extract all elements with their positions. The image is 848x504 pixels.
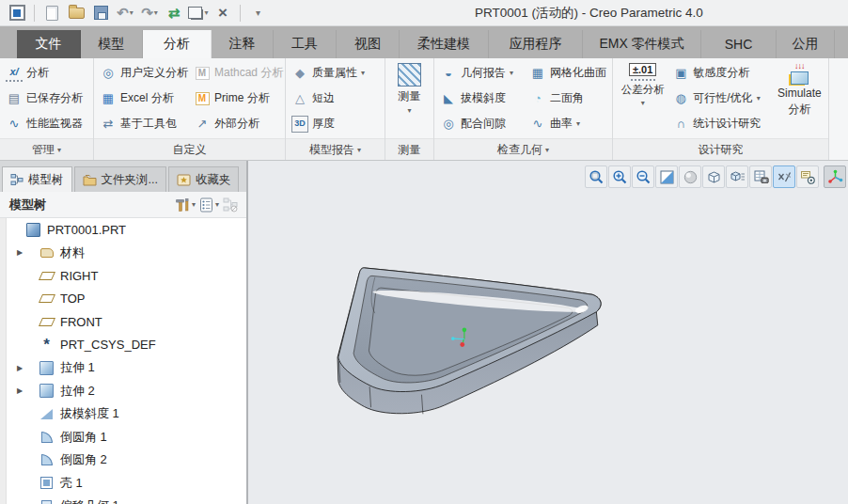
sensitivity-analysis-button[interactable]: ▣敏感度分析 bbox=[669, 60, 773, 86]
draft-check-button[interactable]: ◣拔模斜度 bbox=[437, 86, 526, 111]
saved-orientations-button[interactable] bbox=[726, 165, 748, 188]
group-label-manage[interactable]: 管理▾ bbox=[0, 138, 93, 160]
tree-scroll-strip[interactable] bbox=[0, 218, 7, 504]
tab-model[interactable]: 模型 bbox=[81, 30, 143, 58]
toolkit-based-button[interactable]: ⇄基于工具包 bbox=[97, 111, 191, 136]
tab-emx-part-mode[interactable]: EMX 零件模式 bbox=[583, 30, 701, 58]
tree-item-top-plane[interactable]: TOP bbox=[0, 288, 246, 311]
tree-item-draft-1[interactable]: 拔模斜度 1 bbox=[0, 402, 246, 426]
app-button[interactable] bbox=[6, 2, 28, 24]
open-file-button[interactable] bbox=[65, 2, 87, 24]
group-design-study: ±.01 公差分析 ▾ ▣敏感度分析 ◍可行性/优化▾ ∩统计设计研究 ↓↓↓ … bbox=[613, 58, 829, 160]
tree-item-extrude-2[interactable]: ▶拉伸 2 bbox=[0, 380, 246, 403]
expand-arrow-icon[interactable]: ▶ bbox=[13, 248, 26, 257]
tab-common[interactable]: 公用 bbox=[777, 30, 835, 58]
expand-arrow-icon[interactable]: ▶ bbox=[13, 386, 26, 395]
feasibility-optimization-button[interactable]: ◍可行性/优化▾ bbox=[669, 86, 773, 111]
navigator-tab-favorites[interactable]: 收藏夹 bbox=[168, 166, 240, 192]
tab-analysis[interactable]: 分析 bbox=[143, 30, 212, 58]
tree-filter-button[interactable] bbox=[223, 197, 239, 213]
tree-item-round-1[interactable]: 倒圆角 1 bbox=[0, 426, 246, 449]
performance-monitor-button[interactable]: ∿性能监视器 bbox=[3, 111, 86, 136]
switch-windows-button[interactable]: ▾ bbox=[187, 2, 210, 24]
tree-item-shell-1[interactable]: 壳 1 bbox=[0, 472, 246, 496]
statistical-design-study-button[interactable]: ∩统计设计研究 bbox=[669, 111, 773, 136]
annotation-display-button[interactable] bbox=[796, 165, 819, 188]
tree-tools-button[interactable]: ▾ bbox=[175, 197, 196, 213]
navigator-tab-model-tree[interactable]: 模型树 bbox=[2, 166, 72, 192]
datum-display-button[interactable] bbox=[773, 165, 795, 188]
mass-properties-button[interactable]: ◆质量属性▾ bbox=[289, 60, 368, 86]
tab-applications[interactable]: 应用程序 bbox=[489, 30, 583, 58]
tree-item-right-plane[interactable]: RIGHT bbox=[0, 264, 246, 288]
tree-item-round-2[interactable]: 倒圆角 2 bbox=[0, 449, 246, 472]
tray-part[interactable] bbox=[338, 268, 601, 414]
user-defined-analysis-button[interactable]: ◎用户定义分析 bbox=[97, 60, 191, 86]
zoom-out-button[interactable] bbox=[632, 165, 654, 188]
view-manager-button[interactable] bbox=[749, 165, 772, 188]
meshed-surface-button[interactable]: ▦网格化曲面 bbox=[526, 60, 609, 86]
excel-analysis-button[interactable]: ▦Excel 分析 bbox=[97, 86, 191, 111]
tree-item-csys[interactable]: *PRT_CSYS_DEF bbox=[0, 334, 246, 357]
graphics-viewport[interactable] bbox=[248, 161, 848, 504]
redo-dropdown-icon[interactable]: ▾ bbox=[154, 8, 158, 17]
refit-button[interactable] bbox=[585, 165, 607, 188]
curvature-button[interactable]: ∿曲率▾ bbox=[526, 111, 609, 136]
tolerance-analysis-button[interactable]: ±.01 公差分析 ▾ bbox=[616, 60, 669, 138]
new-file-button[interactable] bbox=[40, 2, 63, 24]
group-model-reports: ◆质量属性▾ △短边 3D厚度 模型报告▾ bbox=[286, 58, 385, 160]
expand-arrow-icon[interactable]: ▶ bbox=[13, 364, 26, 372]
geometry-report-button[interactable]: ◒几何报告▾ bbox=[437, 60, 526, 86]
redo-button[interactable]: ↷▾ bbox=[138, 2, 161, 24]
thickness-button[interactable]: 3D厚度 bbox=[289, 111, 368, 136]
tab-file[interactable]: 文件 bbox=[17, 30, 81, 58]
navigator-tab-folder-browser[interactable]: 文件夹浏... bbox=[74, 166, 166, 192]
tab-shc[interactable]: SHC bbox=[701, 30, 777, 58]
tools-icon bbox=[175, 197, 190, 213]
saved-analysis-button[interactable]: ▤已保存分析 bbox=[3, 86, 86, 111]
tab-tools[interactable]: 工具 bbox=[274, 30, 337, 58]
simulate-cube-icon bbox=[791, 71, 809, 85]
datum-plane-icon bbox=[38, 318, 55, 326]
simulate-analysis-button[interactable]: ↓↓↓ Simulate 分析 bbox=[774, 60, 825, 138]
group-label-inspect-geometry[interactable]: 检查几何▾ bbox=[434, 138, 612, 160]
mathcad-analysis-button[interactable]: MMathcad 分析 bbox=[191, 60, 286, 86]
tree-item-extrude-1[interactable]: ▶拉伸 1 bbox=[0, 356, 246, 380]
tree-item-front-plane[interactable]: FRONT bbox=[0, 310, 246, 334]
chevron-down-icon: ▾ bbox=[57, 146, 61, 154]
spin-center-button[interactable] bbox=[824, 165, 846, 188]
windows-dropdown-icon[interactable]: ▾ bbox=[204, 8, 208, 17]
regenerate-button[interactable]: ⇄ bbox=[163, 2, 185, 24]
dihedral-angle-button[interactable]: ◔二面角 bbox=[526, 86, 609, 111]
customize-toolbar-button[interactable]: ▾ bbox=[246, 2, 269, 24]
repaint-button[interactable] bbox=[655, 165, 678, 188]
tab-annotate[interactable]: 注释 bbox=[212, 30, 274, 58]
chevron-down-icon: ▾ bbox=[215, 200, 219, 209]
tab-view[interactable]: 视图 bbox=[337, 30, 400, 58]
tree-item-part-root[interactable]: PRT0001.PRT bbox=[0, 218, 246, 242]
prime-analysis-button[interactable]: MPrime 分析 bbox=[191, 86, 286, 111]
undo-button[interactable]: ↶▾ bbox=[114, 2, 136, 24]
tree-item-materials[interactable]: ▶材料 bbox=[0, 242, 246, 265]
extrude-icon bbox=[39, 384, 54, 398]
measure-button[interactable]: 测量 ▾ bbox=[394, 60, 425, 138]
3d-part-model[interactable] bbox=[248, 192, 848, 504]
fit-clearance-button[interactable]: ◎配合间隙 bbox=[437, 111, 526, 136]
undo-dropdown-icon[interactable]: ▾ bbox=[130, 8, 133, 17]
short-edge-button[interactable]: △短边 bbox=[289, 86, 368, 111]
close-window-button[interactable]: × bbox=[212, 2, 234, 24]
tree-settings-button[interactable]: ▾ bbox=[199, 197, 219, 213]
shading-style-button[interactable] bbox=[679, 165, 701, 188]
tab-flexible-modeling[interactable]: 柔性建模 bbox=[400, 30, 489, 58]
toolbar-separator bbox=[240, 5, 241, 22]
model-tree-header: 模型树 ▾ ▾ bbox=[0, 192, 246, 218]
group-label-model-reports[interactable]: 模型报告▾ bbox=[286, 138, 385, 160]
zoom-in-button[interactable] bbox=[608, 165, 631, 188]
settings-list-icon bbox=[199, 197, 213, 213]
display-style-button[interactable] bbox=[702, 165, 725, 188]
save-button[interactable] bbox=[89, 2, 112, 24]
coordinate-system-icon: * bbox=[39, 338, 54, 352]
external-analysis-button[interactable]: ↗外部分析 bbox=[191, 111, 286, 136]
tree-item-offset-geometry-1[interactable]: 偏移几何 1 bbox=[0, 495, 246, 504]
analysis-button[interactable]: x/分析 bbox=[3, 60, 86, 86]
